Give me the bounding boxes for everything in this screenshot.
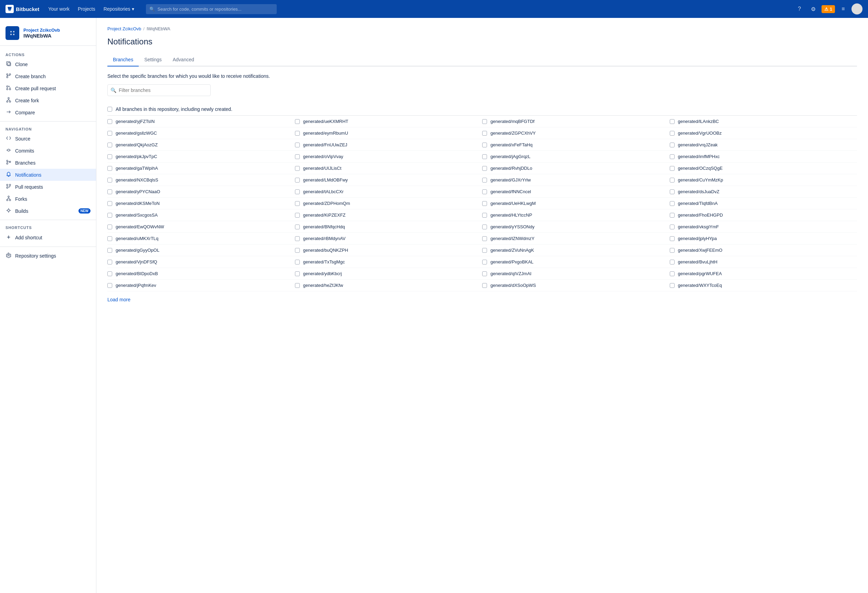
sidebar-divider-3 — [0, 247, 96, 247]
branch-checkbox[interactable] — [295, 154, 300, 159]
branch-checkbox[interactable] — [108, 260, 112, 265]
branch-checkbox[interactable] — [108, 119, 112, 124]
branch-name: generated/tALbcCXr — [303, 189, 344, 194]
branch-row: generated/ydbKbcrj — [295, 268, 483, 279]
forks-icon — [6, 195, 12, 202]
branch-checkbox[interactable] — [295, 236, 300, 241]
sidebar-item-forks[interactable]: Forks — [0, 193, 96, 205]
branch-checkbox[interactable] — [295, 260, 300, 265]
branch-name: generated/TxTsgMgc — [303, 259, 345, 265]
branch-checkbox[interactable] — [295, 271, 300, 276]
branch-checkbox[interactable] — [670, 271, 675, 276]
sidebar-item-commits[interactable]: Commits — [0, 145, 96, 157]
branch-checkbox[interactable] — [670, 283, 675, 288]
branch-checkbox[interactable] — [482, 166, 487, 171]
branch-checkbox[interactable] — [670, 213, 675, 217]
branch-checkbox[interactable] — [108, 283, 112, 288]
settings-button[interactable]: ⚙ — [808, 3, 819, 15]
branch-checkbox[interactable] — [670, 189, 675, 194]
branch-checkbox[interactable] — [108, 189, 112, 194]
sidebar-item-create-pr[interactable]: Create pull request — [0, 82, 96, 95]
branch-checkbox[interactable] — [670, 143, 675, 147]
branch-checkbox[interactable] — [482, 236, 487, 241]
filter-branches-input[interactable] — [108, 84, 211, 96]
all-branches-checkbox[interactable] — [108, 107, 112, 112]
svg-point-4 — [7, 77, 8, 78]
sidebar-item-source[interactable]: Source — [0, 133, 96, 145]
branch-checkbox[interactable] — [108, 271, 112, 276]
help-button[interactable]: ? — [794, 3, 805, 15]
branch-checkbox[interactable] — [108, 154, 112, 159]
branch-checkbox[interactable] — [108, 201, 112, 206]
branch-checkbox[interactable] — [482, 119, 487, 124]
branch-checkbox[interactable] — [482, 213, 487, 217]
branch-checkbox[interactable] — [295, 189, 300, 194]
branch-checkbox[interactable] — [670, 178, 675, 182]
search-input[interactable] — [146, 4, 277, 14]
branch-checkbox[interactable] — [482, 260, 487, 265]
branch-checkbox[interactable] — [670, 236, 675, 241]
tab-advanced[interactable]: Advanced — [167, 53, 199, 67]
branch-checkbox[interactable] — [295, 201, 300, 206]
branch-checkbox[interactable] — [482, 154, 487, 159]
tab-branches[interactable]: Branches — [108, 53, 139, 67]
branch-checkbox[interactable] — [670, 260, 675, 265]
branch-checkbox[interactable] — [295, 119, 300, 124]
branch-checkbox[interactable] — [295, 283, 300, 288]
tab-settings[interactable]: Settings — [139, 53, 167, 67]
breadcrumb-project[interactable]: Project ZcikcOvb — [108, 26, 141, 31]
sidebar-item-add-shortcut[interactable]: + Add shortcut — [0, 231, 96, 244]
sidebar-item-clone[interactable]: Clone — [0, 58, 96, 70]
branch-checkbox[interactable] — [482, 283, 487, 288]
branch-checkbox[interactable] — [108, 143, 112, 147]
sidebar-item-repo-settings[interactable]: Repository settings — [0, 250, 96, 262]
topnav-your-work[interactable]: Your work — [45, 4, 73, 14]
branch-checkbox[interactable] — [295, 225, 300, 229]
branch-checkbox[interactable] — [295, 213, 300, 217]
svg-point-18 — [8, 196, 9, 197]
branch-checkbox[interactable] — [670, 201, 675, 206]
sidebar-item-create-branch[interactable]: Create branch — [0, 70, 96, 82]
messages-button[interactable]: ≡ — [838, 3, 849, 15]
notification-alert-button[interactable]: ⚠ 1 — [822, 5, 835, 13]
branch-checkbox[interactable] — [482, 143, 487, 147]
branch-name: generated/FhoEHGPD — [678, 213, 723, 217]
branch-checkbox[interactable] — [108, 225, 112, 229]
branch-checkbox[interactable] — [295, 178, 300, 182]
branch-name: generated/ueKXMRHT — [303, 119, 348, 124]
load-more-link[interactable]: Load more — [108, 297, 130, 302]
sidebar-item-pull-requests[interactable]: Pull requests — [0, 181, 96, 193]
branch-checkbox[interactable] — [108, 178, 112, 182]
branch-checkbox[interactable] — [108, 248, 112, 253]
sidebar-item-builds[interactable]: Builds NEW — [0, 205, 96, 217]
branch-checkbox[interactable] — [670, 225, 675, 229]
branch-checkbox[interactable] — [670, 119, 675, 124]
branch-checkbox[interactable] — [295, 131, 300, 136]
sidebar-item-branches[interactable]: Branches — [0, 157, 96, 169]
branch-checkbox[interactable] — [670, 166, 675, 171]
branch-checkbox[interactable] — [482, 201, 487, 206]
branch-checkbox[interactable] — [295, 143, 300, 147]
branch-checkbox[interactable] — [108, 236, 112, 241]
branch-checkbox[interactable] — [108, 131, 112, 136]
branch-checkbox[interactable] — [670, 131, 675, 136]
sidebar-item-compare[interactable]: Compare — [0, 106, 96, 118]
branch-checkbox[interactable] — [108, 166, 112, 171]
branch-checkbox[interactable] — [295, 248, 300, 253]
branch-checkbox[interactable] — [670, 248, 675, 253]
branch-checkbox[interactable] — [482, 189, 487, 194]
branch-checkbox[interactable] — [108, 213, 112, 217]
user-avatar[interactable] — [852, 3, 862, 15]
branch-checkbox[interactable] — [482, 248, 487, 253]
bitbucket-logo[interactable]: Bitbucket — [6, 5, 39, 13]
topnav-repositories[interactable]: Repositories ▾ — [100, 4, 138, 14]
sidebar-item-notifications[interactable]: Notifications — [0, 169, 96, 181]
branch-checkbox[interactable] — [482, 271, 487, 276]
branch-checkbox[interactable] — [295, 166, 300, 171]
sidebar-item-create-fork[interactable]: Create fork — [0, 95, 96, 106]
branch-checkbox[interactable] — [482, 225, 487, 229]
branch-checkbox[interactable] — [482, 131, 487, 136]
topnav-projects[interactable]: Projects — [74, 4, 99, 14]
branch-checkbox[interactable] — [482, 178, 487, 182]
branch-checkbox[interactable] — [670, 154, 675, 159]
